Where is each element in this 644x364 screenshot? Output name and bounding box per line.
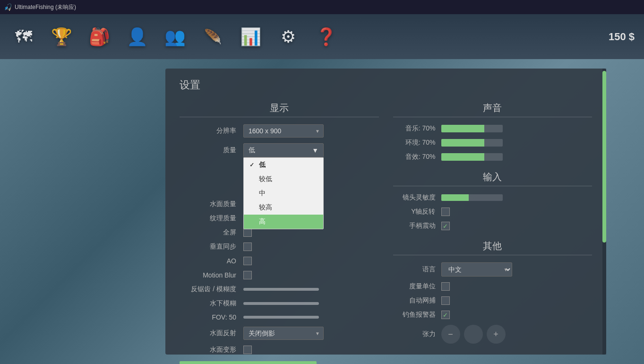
resolution-select[interactable]: 1600 x 900 1920 x 1080 1280 x 720 xyxy=(243,124,324,138)
y-invert-row: Y轴反转 xyxy=(393,208,592,216)
tension-plus-button[interactable]: + xyxy=(487,325,506,344)
nav-item-player[interactable]: 👤 xyxy=(118,18,156,56)
scrollbar-thumb[interactable] xyxy=(602,71,606,243)
tension-controls: − + xyxy=(441,325,506,344)
fov-fill xyxy=(243,316,319,319)
music-fill xyxy=(441,125,484,132)
fullscreen-label: 全屏 xyxy=(180,228,236,237)
water-reflection-select[interactable]: 关闭倒影 低质倒影 高质倒影 xyxy=(243,327,324,340)
ao-control xyxy=(243,257,379,265)
underwater-fill xyxy=(243,302,319,305)
vsync-row: 垂直同步 xyxy=(180,243,379,251)
quality-row: 质量 低 ▼ ✓ 低 xyxy=(180,143,379,157)
nav-item-map[interactable]: 🗺 xyxy=(5,18,43,56)
scrollbar[interactable] xyxy=(602,69,606,355)
auto-net-checkbox[interactable] xyxy=(441,296,450,305)
music-slider[interactable] xyxy=(441,125,503,132)
sensitivity-fill xyxy=(441,194,469,201)
quality-label: 质量 xyxy=(180,143,236,155)
language-row: 语言 中文 English ▼ xyxy=(393,262,592,277)
antialias-control xyxy=(243,288,379,291)
underwater-blur-row: 水下模糊 xyxy=(180,299,379,308)
controller-vibration-checkbox[interactable] xyxy=(441,222,450,230)
nav-item-settings[interactable]: ⚙ xyxy=(269,18,307,56)
unit-label: 度量单位 xyxy=(393,282,436,291)
env-slider[interactable] xyxy=(441,139,503,147)
motion-blur-control xyxy=(243,271,379,279)
tension-circle-button[interactable] xyxy=(464,325,483,344)
underwater-slider[interactable] xyxy=(243,302,319,305)
tension-label: 张力 xyxy=(393,330,436,338)
quality-option-low2[interactable]: 较低 xyxy=(244,172,323,186)
water-distortion-checkbox[interactable] xyxy=(243,346,252,354)
quality-current[interactable]: 低 ▼ xyxy=(243,143,324,157)
leaderboard-icon: 📊 xyxy=(240,27,261,47)
music-label: 音乐: 70% xyxy=(393,124,436,133)
sfx-slider[interactable] xyxy=(441,153,503,161)
settings-icon: ⚙ xyxy=(281,27,296,47)
controller-vibration-row: 手柄震动 xyxy=(393,222,592,230)
env-sound-row: 环境: 70% xyxy=(393,139,592,147)
sensitivity-row: 镜头灵敏度 xyxy=(393,193,592,202)
resolution-label: 分辨率 xyxy=(180,127,236,135)
music-row: 音乐: 70% xyxy=(393,124,592,133)
unit-checkbox[interactable] xyxy=(441,282,450,291)
water-distortion-control xyxy=(243,346,379,354)
texture-quality-label: 纹理质量 xyxy=(180,214,236,223)
nav-item-leaderboard[interactable]: 📊 xyxy=(232,18,269,56)
water-reflection-control: 关闭倒影 低质倒影 高质倒影 ▼ xyxy=(243,327,379,340)
water-reflection-label: 水面反射 xyxy=(180,329,236,338)
fov-label: FOV: 50 xyxy=(180,313,236,321)
settings-title: 设置 xyxy=(180,78,592,92)
water-reflection-row: 水面反射 关闭倒影 低质倒影 高质倒影 ▼ xyxy=(180,327,379,340)
nav-item-bag[interactable]: 🎒 xyxy=(80,18,118,56)
antialias-fill xyxy=(243,288,319,291)
env-fill xyxy=(441,139,484,147)
controller-vibration-label: 手柄震动 xyxy=(393,222,436,230)
sensitivity-slider[interactable] xyxy=(441,194,503,201)
ao-label: AO xyxy=(180,257,236,265)
ao-checkbox[interactable] xyxy=(243,257,252,265)
sensitivity-label: 镜头灵敏度 xyxy=(393,193,436,202)
antialias-slider[interactable] xyxy=(243,288,319,291)
bag-icon: 🎒 xyxy=(89,27,110,47)
y-invert-checkbox[interactable] xyxy=(441,208,450,216)
fish-alarm-checkbox[interactable] xyxy=(441,311,450,319)
plus-icon: + xyxy=(493,329,498,339)
language-dropdown-wrapper: 中文 English ▼ xyxy=(441,262,512,277)
nav-item-help[interactable]: ❓ xyxy=(307,18,345,56)
window-mode-button[interactable]: 窗口模式 xyxy=(180,361,317,364)
checkmark-icon: ✓ xyxy=(249,162,255,168)
bait-icon: 🪶 xyxy=(204,28,222,45)
title-icon: 🎣 xyxy=(4,3,12,11)
group-icon: 👥 xyxy=(164,27,186,47)
vsync-label: 垂直同步 xyxy=(180,243,236,251)
settings-right-column: 声音 音乐: 70% 环境: 70% 音效: 70% 输入 xyxy=(393,102,592,364)
water-reflection-dropdown-wrapper: 关闭倒影 低质倒影 高质倒影 ▼ xyxy=(243,327,324,340)
underwater-blur-label: 水下模糊 xyxy=(180,299,236,308)
nav-item-trophy[interactable]: 🏆 xyxy=(43,18,80,56)
nav-item-bait[interactable]: 🪶 xyxy=(194,18,232,56)
antialias-label: 反锯齿 / 模糊度 xyxy=(180,285,236,294)
display-header: 显示 xyxy=(180,102,379,117)
motion-blur-checkbox[interactable] xyxy=(243,271,252,279)
fov-slider[interactable] xyxy=(243,316,319,319)
minus-icon: − xyxy=(448,329,453,339)
vsync-checkbox[interactable] xyxy=(243,243,252,251)
antialias-row: 反锯齿 / 模糊度 xyxy=(180,285,379,294)
motion-blur-label: Motion Blur xyxy=(180,271,236,279)
map-icon: 🗺 xyxy=(15,27,32,47)
quality-option-mid[interactable]: 中 xyxy=(244,186,323,200)
quality-option-high[interactable]: 高 xyxy=(244,215,323,229)
env-label: 环境: 70% xyxy=(393,139,436,147)
language-select[interactable]: 中文 English xyxy=(441,262,512,277)
quality-arrow-icon: ▼ xyxy=(312,147,318,154)
resolution-control: 1600 x 900 1920 x 1080 1280 x 720 ▼ xyxy=(243,124,379,138)
water-distortion-row: 水面变形 xyxy=(180,346,379,354)
quality-option-high2[interactable]: 较高 xyxy=(244,200,323,215)
nav-item-group[interactable]: 👥 xyxy=(156,18,194,56)
quality-option-low[interactable]: ✓ 低 xyxy=(244,158,323,172)
tension-minus-button[interactable]: − xyxy=(441,325,460,344)
fullscreen-checkbox[interactable] xyxy=(243,228,252,237)
fish-alarm-label: 钓鱼报警器 xyxy=(393,311,436,319)
